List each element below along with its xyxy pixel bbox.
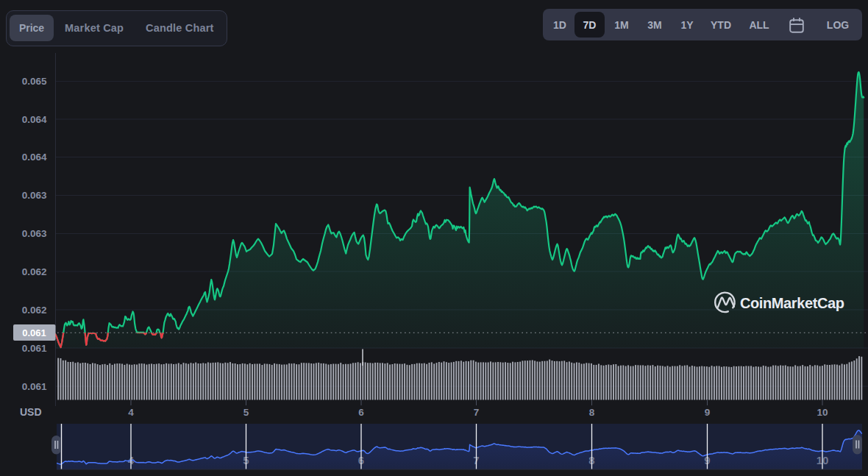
svg-text:5: 5 [243,407,249,418]
svg-text:0.064: 0.064 [22,152,47,163]
svg-text:0.061: 0.061 [22,343,47,354]
svg-text:USD: USD [20,406,42,418]
svg-text:0.062: 0.062 [22,266,47,277]
svg-text:0.063: 0.063 [22,190,47,201]
svg-text:10: 10 [817,407,828,418]
svg-text:0.062: 0.062 [22,305,47,316]
svg-text:7: 7 [474,407,480,418]
svg-text:0.061: 0.061 [22,381,47,392]
svg-text:6: 6 [358,407,364,418]
svg-text:CoinMarketCap: CoinMarketCap [740,295,844,311]
svg-text:8: 8 [589,407,595,418]
svg-text:0.064: 0.064 [22,114,47,125]
svg-text:0.061: 0.061 [22,327,46,338]
svg-text:0.065: 0.065 [22,76,47,87]
svg-text:0.063: 0.063 [22,228,47,239]
svg-text:9: 9 [705,407,711,418]
svg-text:4: 4 [128,407,134,418]
